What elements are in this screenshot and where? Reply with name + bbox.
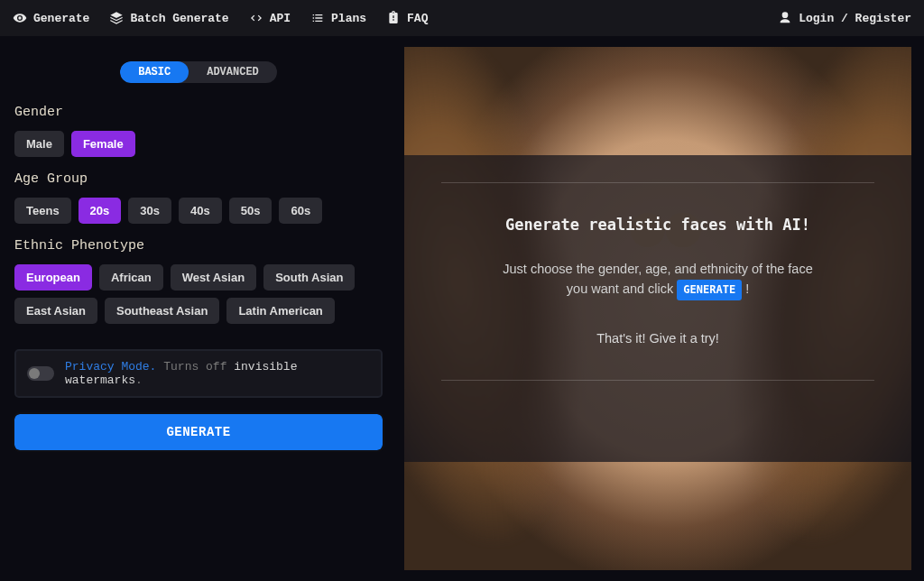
overlay-rule-top	[441, 182, 874, 183]
overlay-rule-bottom	[441, 380, 874, 381]
code-icon	[249, 11, 263, 25]
list-icon	[310, 11, 325, 25]
nav-api-label: API	[270, 12, 291, 25]
age-option-50s[interactable]: 50s	[229, 198, 273, 224]
layers-icon	[109, 11, 124, 25]
preview-panel: Generate realistic faces with AI! Just c…	[397, 36, 924, 581]
ethnic-option-east-asian[interactable]: East Asian	[14, 298, 97, 324]
age-title: Age Group	[14, 171, 383, 187]
ethnic-option-african[interactable]: African	[99, 264, 163, 290]
nav-login-label: Login / Register	[799, 12, 911, 25]
preview-image: Generate realistic faces with AI! Just c…	[404, 47, 911, 570]
nav-api[interactable]: API	[249, 11, 291, 25]
generate-button[interactable]: GENERATE	[14, 414, 383, 450]
overlay-headline: Generate realistic faces with AI!	[505, 216, 810, 234]
overlay-mini-button: GENERATE	[677, 280, 742, 300]
ethnic-option-european[interactable]: European	[14, 264, 92, 290]
eye-icon	[13, 11, 27, 25]
nav-faq[interactable]: FAQ	[386, 11, 428, 25]
nav-plans-label: Plans	[331, 12, 366, 25]
intro-overlay: Generate realistic faces with AI! Just c…	[404, 155, 911, 462]
nav-faq-label: FAQ	[407, 12, 428, 25]
gender-option-female[interactable]: Female	[71, 131, 135, 157]
nav-batch[interactable]: Batch Generate	[109, 11, 228, 25]
ethnic-option-south-asian[interactable]: South Asian	[263, 264, 355, 290]
controls-panel: BASIC ADVANCED Gender MaleFemale Age Gro…	[0, 36, 397, 581]
gender-option-male[interactable]: Male	[14, 131, 64, 157]
overlay-body: Just choose the gender, age, and ethnici…	[495, 259, 820, 300]
privacy-mid: Turns off	[156, 360, 234, 374]
age-option-teens[interactable]: Teens	[14, 198, 71, 224]
age-option-30s[interactable]: 30s	[128, 198, 171, 224]
age-option-60s[interactable]: 60s	[279, 198, 322, 224]
ethnic-options: EuropeanAfricanWest AsianSouth AsianEast…	[14, 264, 383, 324]
privacy-toggle[interactable]	[27, 366, 54, 381]
privacy-label: Privacy Mode.	[65, 360, 156, 374]
overlay-line1: Just choose the gender, age, and ethnici…	[503, 262, 812, 296]
user-icon	[778, 11, 792, 25]
age-options: Teens20s30s40s50s60s	[14, 198, 383, 224]
overlay-line2: That's it! Give it a try!	[596, 331, 719, 346]
ethnic-option-southeast-asian[interactable]: Southeast Asian	[105, 298, 219, 324]
tab-advanced[interactable]: ADVANCED	[189, 61, 277, 83]
privacy-row: Privacy Mode. Turns off invisible waterm…	[14, 349, 383, 398]
nav-generate-label: Generate	[33, 12, 89, 25]
ethnic-option-latin-american[interactable]: Latin American	[226, 298, 334, 324]
mode-tabs: BASIC ADVANCED	[120, 61, 277, 83]
clipboard-icon	[386, 11, 401, 25]
top-nav: Generate Batch Generate API Plans FAQ Lo…	[0, 0, 924, 36]
nav-generate[interactable]: Generate	[13, 11, 89, 25]
gender-title: Gender	[14, 105, 383, 120]
age-option-20s[interactable]: 20s	[79, 198, 122, 224]
nav-plans[interactable]: Plans	[310, 11, 366, 25]
ethnic-title: Ethnic Phenotype	[14, 238, 383, 254]
privacy-text: Privacy Mode. Turns off invisible waterm…	[65, 360, 370, 387]
gender-options: MaleFemale	[14, 131, 383, 157]
ethnic-option-west-asian[interactable]: West Asian	[171, 264, 256, 290]
nav-login[interactable]: Login / Register	[778, 11, 911, 25]
age-option-40s[interactable]: 40s	[179, 198, 222, 224]
nav-batch-label: Batch Generate	[130, 12, 228, 25]
tab-basic[interactable]: BASIC	[120, 61, 189, 83]
privacy-dot: .	[135, 374, 143, 387]
overlay-line1-end: !	[745, 281, 749, 296]
